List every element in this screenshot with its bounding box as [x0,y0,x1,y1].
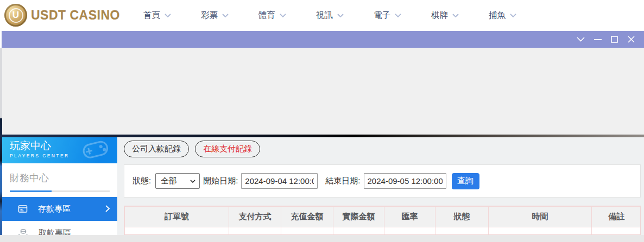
nav-item-home[interactable]: 首頁 [143,10,171,21]
filter-panel: 狀態: 全部 開始日期: 結束日期: 查詢 [124,164,641,198]
sidebar-divider [10,190,110,192]
sidebar-item-label: 取款專區 [39,228,71,235]
main-nav: 首頁 彩票 體育 視訊 電子 棋牌 捕魚 [143,0,546,31]
start-date-input[interactable] [241,173,318,189]
sidebar-item-withdraw[interactable]: 取款專區 [2,221,117,235]
chevron-down-icon [452,14,459,17]
nav-item-slots[interactable]: 電子 [374,10,401,21]
record-tabs: 公司入款記錄 在線支付記錄 [124,141,260,157]
nav-item-label: 首頁 [143,10,160,21]
site-logo[interactable]: U USDT CASINO [4,4,120,27]
cell-order-number: 1725504747276984 [125,227,229,235]
nav-item-fishing[interactable]: 捕魚 [489,10,516,21]
chevron-right-icon [105,205,110,212]
nav-item-label: 棋牌 [431,10,448,21]
player-center-content: 玩家中心 PLAYERS CENTER 財務中心 [2,137,644,235]
coin-monogram: U [9,8,23,23]
cell-payment-method: 虚拟币 [229,227,281,235]
col-payment-method: 支付方式 [229,207,281,227]
sidebar-item-deposit[interactable]: 存款專區 [2,197,117,221]
cell-exchange-rate: 7.0906 [384,227,435,235]
cell-status: 支付成功 [435,227,489,235]
nav-item-video[interactable]: 視訊 [316,10,344,21]
nav-item-label: 彩票 [201,10,218,21]
nav-item-label: 捕魚 [489,10,506,21]
maximize-icon [611,36,618,43]
status-select[interactable]: 全部 [155,173,200,189]
withdraw-hand-icon [18,228,28,235]
nav-item-lottery[interactable]: 彩票 [201,10,229,21]
window-body: 玩家中心 PLAYERS CENTER 財務中心 [2,48,644,242]
col-remark: 備註 [592,207,641,227]
tab-online-payment-records[interactable]: 在線支付記錄 [195,141,260,157]
table-row: 1725504747276984 虚拟币 200 28.21 7.0906 支付… [125,227,641,235]
chevron-down-icon [280,14,286,17]
cell-time: 2024-09-05 10:52:27 [489,227,592,235]
col-exchange-rate: 匯率 [384,207,435,227]
window-close-button[interactable] [623,31,640,48]
chevron-down-icon [395,14,401,17]
gamepad-icon [79,137,115,163]
col-order-number: 訂單號 [125,207,229,227]
sidebar-item-label: 存款專區 [38,204,71,214]
col-recharge-amount: 充值金額 [281,207,333,227]
nav-item-label: 體育 [258,10,275,21]
close-icon [628,36,635,43]
site-navbar: U USDT CASINO 首頁 彩票 體育 視訊 電子 棋牌 捕魚 [0,0,644,31]
records-table: 訂單號 支付方式 充值金額 實際金額 匯率 狀態 時間 備註 [124,206,641,235]
logo-text: USDT CASINO [31,8,120,23]
chevron-down-icon [190,180,195,183]
nav-item-label: 電子 [374,10,390,21]
window-titlebar[interactable] [2,31,644,48]
cell-remark [592,227,641,235]
chevron-down-icon [577,37,585,42]
start-date-label: 開始日期: [203,176,238,186]
chevron-down-icon [510,14,516,17]
chevron-down-icon [165,14,171,17]
records-table-panel: 訂單號 支付方式 充值金額 實際金額 匯率 狀態 時間 備註 [124,206,641,235]
end-date-label: 結束日期: [325,176,360,186]
sidebar-menu: 存款專區 取款專區 [2,197,117,235]
cell-actual-amount: 28.21 [333,227,384,235]
deposit-card-icon [18,204,28,214]
nav-item-sports[interactable]: 體育 [258,10,286,21]
minimize-icon [594,39,602,41]
table-header-row: 訂單號 支付方式 充值金額 實際金額 匯率 狀態 時間 備註 [125,207,641,227]
cell-recharge-amount: 200 [281,227,333,235]
nav-item-label: 視訊 [316,10,333,21]
col-status: 狀態 [435,207,489,227]
chevron-down-icon [222,14,229,17]
nav-item-cards[interactable]: 棋牌 [431,10,459,21]
player-center-window: 玩家中心 PLAYERS CENTER 財務中心 [2,31,644,242]
sidebar-section-title: 財務中心 [10,171,110,184]
window-minimize-button[interactable] [589,31,606,48]
search-button[interactable]: 查詢 [452,173,479,189]
status-select-value: 全部 [161,176,176,186]
window-maximize-button[interactable] [606,31,623,48]
status-label: 狀態: [132,176,151,186]
chevron-down-icon [337,14,344,17]
end-date-input[interactable] [364,173,446,189]
main-panel: 公司入款記錄 在線支付記錄 狀態: 全部 開始日期: 結束日期: 查詢 [117,137,644,235]
sidebar-header: 玩家中心 PLAYERS CENTER [2,137,117,163]
sidebar: 玩家中心 PLAYERS CENTER 財務中心 [2,137,117,235]
window-bottom-strip [0,235,644,242]
col-time: 時間 [489,207,592,227]
tab-company-deposit-records[interactable]: 公司入款記錄 [124,141,189,157]
usdt-coin-icon: U [4,4,27,27]
window-collapse-button[interactable] [572,31,589,48]
col-actual-amount: 實際金額 [333,207,384,227]
